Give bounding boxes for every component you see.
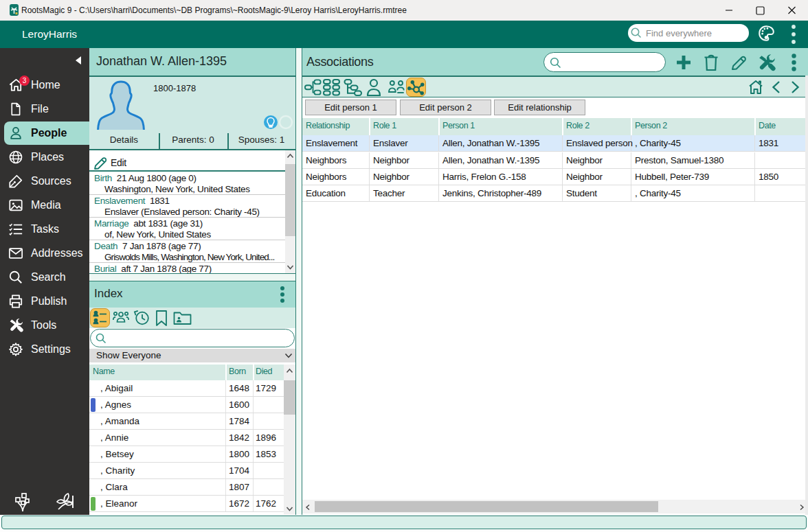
svg-text:3: 3 [23,77,27,84]
